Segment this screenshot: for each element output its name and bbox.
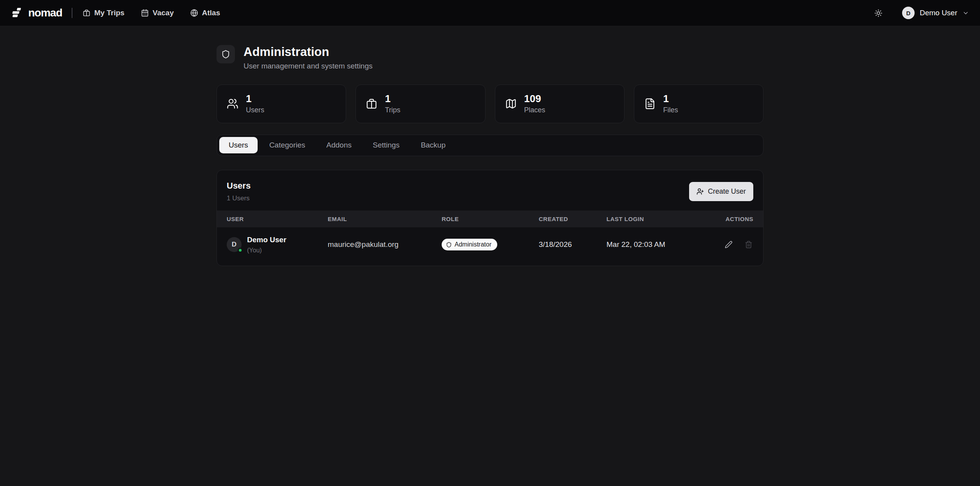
shield-icon bbox=[217, 45, 235, 63]
map-icon bbox=[505, 98, 517, 110]
nav-item-label: My Trips bbox=[94, 9, 125, 17]
edit-pencil-icon bbox=[725, 241, 733, 248]
stat-card-trips: 1 Trips bbox=[356, 85, 485, 123]
users-icon bbox=[227, 98, 238, 110]
users-panel-header: Users 1 Users Create User bbox=[217, 170, 763, 211]
column-header-user: User bbox=[227, 216, 328, 222]
user-cell: D Demo User (You) bbox=[227, 236, 328, 254]
stat-label: Places bbox=[524, 106, 545, 114]
avatar: D bbox=[227, 237, 242, 252]
page-title: Administration bbox=[244, 45, 373, 59]
last-login-cell: Mar 22, 02:03 AM bbox=[606, 240, 718, 249]
column-header-email: Email bbox=[328, 216, 442, 222]
users-table-header: User Email Role Created Last Login Actio… bbox=[217, 211, 763, 227]
column-header-actions: Actions bbox=[718, 216, 753, 222]
role-label: Administrator bbox=[455, 241, 491, 248]
stat-card-files: 1 Files bbox=[634, 85, 763, 123]
nav-links: My Trips Vacay Atlas bbox=[83, 9, 220, 17]
stat-label: Files bbox=[663, 106, 678, 114]
panel-title: Users bbox=[227, 181, 251, 191]
column-header-role: Role bbox=[442, 216, 539, 222]
admin-tabs: Users Categories Addons Settings Backup bbox=[217, 135, 763, 156]
table-row: D Demo User (You) maurice@pakulat.org Ad bbox=[217, 227, 763, 266]
nav-divider bbox=[72, 8, 72, 18]
user-name: Demo User bbox=[247, 236, 286, 244]
avatar: D bbox=[902, 7, 915, 19]
tab-categories[interactable]: Categories bbox=[260, 137, 315, 153]
role-badge: Administrator bbox=[442, 239, 497, 250]
nav-item-vacay[interactable]: Vacay bbox=[141, 9, 174, 17]
column-header-created: Created bbox=[539, 216, 606, 222]
user-plus-icon bbox=[697, 188, 704, 195]
chevron-down-icon bbox=[962, 10, 969, 16]
stat-card-places: 109 Places bbox=[495, 85, 624, 123]
nav-item-label: Atlas bbox=[202, 9, 220, 17]
briefcase-icon bbox=[366, 98, 377, 110]
top-navbar: nomad My Trips Vacay bbox=[0, 0, 980, 26]
brand-logo[interactable]: nomad bbox=[11, 6, 62, 20]
nav-item-atlas[interactable]: Atlas bbox=[190, 9, 220, 17]
stats-grid: 1 Users 1 Trips 109 bbox=[217, 85, 763, 123]
nav-item-label: Vacay bbox=[153, 9, 174, 17]
stat-label: Trips bbox=[385, 106, 400, 114]
theme-toggle-button[interactable] bbox=[872, 7, 885, 20]
you-label: (You) bbox=[247, 247, 286, 254]
page-header-text: Administration User management and syste… bbox=[244, 45, 373, 70]
file-icon bbox=[644, 98, 656, 110]
page-subtitle: User management and system settings bbox=[244, 62, 373, 70]
user-name: Demo User bbox=[920, 9, 957, 17]
email-cell: maurice@pakulat.org bbox=[328, 240, 442, 249]
created-cell: 3/18/2026 bbox=[539, 240, 606, 249]
column-header-last-login: Last Login bbox=[606, 216, 718, 222]
create-user-button[interactable]: Create User bbox=[689, 182, 753, 201]
stat-value: 1 bbox=[385, 93, 400, 104]
calendar-icon bbox=[141, 9, 149, 17]
main-content: Administration User management and syste… bbox=[217, 26, 763, 266]
stat-card-users: 1 Users bbox=[217, 85, 346, 123]
tab-backup[interactable]: Backup bbox=[411, 137, 455, 153]
tab-users[interactable]: Users bbox=[219, 137, 258, 153]
nav-right: D Demo User bbox=[872, 7, 969, 20]
stat-value: 1 bbox=[663, 93, 678, 104]
online-status-dot bbox=[238, 248, 243, 253]
page-header: Administration User management and syste… bbox=[217, 45, 763, 70]
globe-icon bbox=[190, 9, 198, 17]
edit-user-button[interactable] bbox=[724, 240, 733, 249]
tab-settings[interactable]: Settings bbox=[363, 137, 409, 153]
create-user-label: Create User bbox=[708, 187, 746, 196]
stat-label: Users bbox=[246, 106, 264, 114]
briefcase-icon bbox=[83, 9, 90, 17]
actions-cell bbox=[718, 240, 753, 249]
nav-item-my-trips[interactable]: My Trips bbox=[83, 9, 125, 17]
trash-icon bbox=[745, 241, 753, 248]
nomad-logo-icon bbox=[11, 6, 24, 20]
role-cell: Administrator bbox=[442, 239, 539, 250]
stat-value: 1 bbox=[246, 93, 264, 104]
stat-value: 109 bbox=[524, 93, 545, 104]
shield-icon bbox=[446, 242, 452, 248]
tab-addons[interactable]: Addons bbox=[317, 137, 361, 153]
sun-icon bbox=[874, 9, 883, 17]
delete-user-button[interactable] bbox=[744, 240, 753, 249]
users-panel: Users 1 Users Create User User Email Rol… bbox=[217, 170, 763, 266]
user-menu[interactable]: D Demo User bbox=[902, 7, 969, 19]
brand-name: nomad bbox=[28, 7, 62, 19]
panel-subtitle: 1 Users bbox=[227, 194, 251, 202]
